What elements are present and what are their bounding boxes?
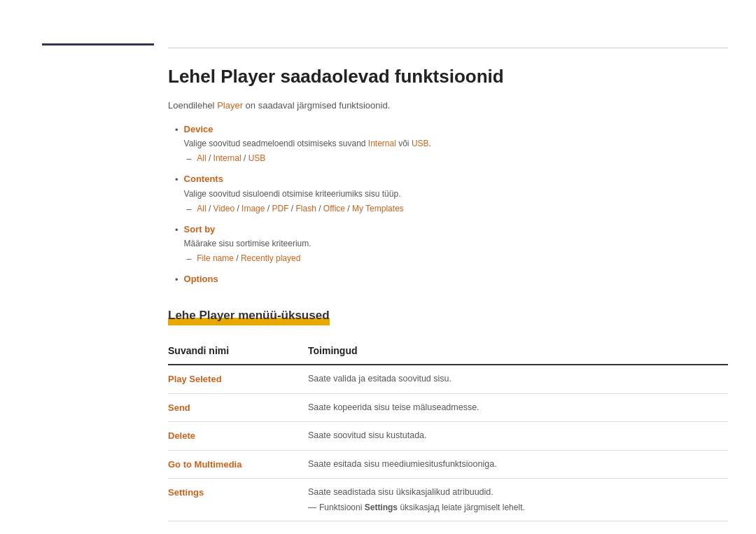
bullet-dot: • xyxy=(175,223,178,237)
note-bold: Settings xyxy=(365,503,398,512)
top-bar-left xyxy=(42,43,154,45)
link-office: Office xyxy=(323,204,345,213)
cmd-desc: Saate seadistada sisu üksikasjalikud atr… xyxy=(308,479,728,521)
bullet-desc: Määrake sisu sortimise kriteerium. xyxy=(184,237,728,250)
bullet-dot: • xyxy=(175,173,178,187)
intro-text-before: Loendilehel xyxy=(168,100,217,111)
cmd-desc-main: Saate seadistada sisu üksikasjalikud atr… xyxy=(308,486,721,499)
link-my-templates: My Templates xyxy=(352,204,404,213)
table-header-row: Suvandi nimi Toimingud xyxy=(168,338,728,365)
bullet-content: Device Valige soovitud seadmeloendi otsi… xyxy=(184,122,728,166)
link-image: Image xyxy=(241,204,265,213)
page-title: Lehel Player saadaolevad funktsioonid xyxy=(168,63,728,90)
cmd-name: Send xyxy=(168,393,308,422)
link-all: All xyxy=(197,153,206,163)
page-wrapper: Lehel Player saadaolevad funktsioonid Lo… xyxy=(0,0,756,534)
table-body: Play Seleted Saate valida ja esitada soo… xyxy=(168,365,728,521)
sub-item: – All / Video / Image / PDF / Flash / Of… xyxy=(187,202,728,216)
table-row: Play Seleted Saate valida ja esitada soo… xyxy=(168,365,728,393)
section-heading-wrapper: Lehe Player menüü-üksused xyxy=(168,307,728,326)
bullet-dot: • xyxy=(175,123,178,137)
sub-dash: – xyxy=(187,203,192,216)
link-internal: Internal xyxy=(214,153,241,163)
bullet-content: Contents Valige soovitud sisuloendi otsi… xyxy=(184,172,728,216)
bullet-label: Options xyxy=(184,274,218,284)
link-file-name: File name xyxy=(197,253,234,263)
section-heading: Lehe Player menüü-üksused xyxy=(168,307,330,326)
list-item: • Contents Valige soovitud sisuloendi ot… xyxy=(175,172,728,216)
cmd-desc: Saate soovitud sisu kustutada. xyxy=(308,422,728,451)
bullet-desc: Valige soovitud seadmeloendi otsimiseks … xyxy=(184,137,728,150)
bullet-label: Sort by xyxy=(184,224,216,234)
menu-table: Suvandi nimi Toimingud Play Seleted Saat… xyxy=(168,338,728,521)
sub-links: All / Internal / USB xyxy=(197,152,265,164)
note-dash: ― xyxy=(308,503,316,512)
sub-item: – File name / Recently played xyxy=(187,252,728,265)
link-video: Video xyxy=(214,204,234,213)
table-row: Go to Multimedia Saate esitada sisu meed… xyxy=(168,450,728,479)
bullet-desc: Valige soovitud sisuloendi otsimise krit… xyxy=(184,188,728,200)
bullet-content: Options xyxy=(184,272,728,286)
cmd-desc: Saate valida ja esitada soovitud sisu. xyxy=(308,365,728,393)
list-item: • Sort by Määrake sisu sortimise kriteer… xyxy=(175,223,728,266)
cmd-name: Go to Multimedia xyxy=(168,450,308,479)
table-row: Delete Saate soovitud sisu kustutada. xyxy=(168,422,728,451)
bullet-label: Device xyxy=(184,124,214,134)
top-bar-right xyxy=(168,48,728,48)
sub-item: – All / Internal / USB xyxy=(187,152,728,165)
sub-links: File name / Recently played xyxy=(197,252,300,265)
cmd-note: ―Funktsiooni Settings üksikasjaд leiate … xyxy=(308,501,721,514)
cmd-name: Play Seleted xyxy=(168,365,308,393)
sub-dash: – xyxy=(187,153,192,165)
bullet-content: Sort by Määrake sisu sortimise kriteeriu… xyxy=(184,223,728,266)
cmd-desc: Saate kopeerida sisu teise mäluseadmesse… xyxy=(308,393,728,422)
intro-highlight: Player xyxy=(217,100,243,111)
list-item: • Options xyxy=(175,272,728,287)
sub-dash: – xyxy=(187,253,192,265)
link-recently-played: Recently played xyxy=(241,253,300,263)
intro-paragraph: Loendilehel Player on saadaval järgmised… xyxy=(168,99,728,113)
bullet-dot: • xyxy=(175,273,178,287)
sub-links: All / Video / Image / PDF / Flash / Offi… xyxy=(197,202,404,215)
col-header-name: Suvandi nimi xyxy=(168,338,308,365)
link-all: All xyxy=(197,204,206,213)
list-item: • Device Valige soovitud seadmeloendi ot… xyxy=(175,122,728,166)
table-row: Settings Saate seadistada sisu üksikasja… xyxy=(168,479,728,521)
table-row: Send Saate kopeerida sisu teise mälusead… xyxy=(168,393,728,422)
cmd-name: Delete xyxy=(168,422,308,451)
link-flash: Flash xyxy=(296,204,316,213)
link-usb: USB xyxy=(248,153,266,163)
table-header: Suvandi nimi Toimingud xyxy=(168,338,728,365)
link-pdf: PDF xyxy=(272,204,288,213)
main-content: Lehel Player saadaolevad funktsioonid Lo… xyxy=(168,0,728,521)
feature-list: • Device Valige soovitud seadmeloendi ot… xyxy=(175,122,728,287)
cmd-name: Settings xyxy=(168,479,308,521)
col-header-actions: Toimingud xyxy=(308,338,728,365)
bullet-label: Contents xyxy=(184,174,223,184)
intro-text-after: on saadaval järgmised funktsioonid. xyxy=(243,100,390,111)
cmd-desc: Saate esitada sisu meediumiesitusfunktsi… xyxy=(308,450,728,479)
